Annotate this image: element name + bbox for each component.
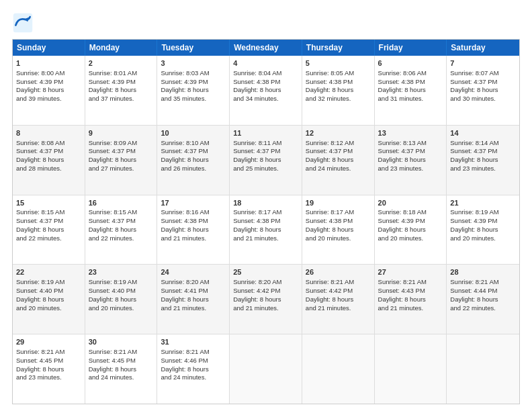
day-info-line: Sunrise: 8:19 AM xyxy=(16,278,81,287)
calendar-cell xyxy=(302,334,375,404)
header xyxy=(12,12,520,34)
calendar-cell: 17Sunrise: 8:16 AMSunset: 4:38 PMDayligh… xyxy=(157,195,230,265)
calendar-cell: 19Sunrise: 8:17 AMSunset: 4:38 PMDayligh… xyxy=(302,195,375,265)
day-info-line: Sunset: 4:39 PM xyxy=(161,78,226,87)
day-info-line: Sunrise: 8:15 AM xyxy=(16,208,81,217)
day-info-line: and 21 minutes. xyxy=(378,304,443,313)
calendar-cell: 27Sunrise: 8:21 AMSunset: 4:43 PMDayligh… xyxy=(375,265,447,334)
day-info-line: Daylight: 8 hours xyxy=(378,86,443,95)
calendar-cell: 29Sunrise: 8:21 AMSunset: 4:45 PMDayligh… xyxy=(13,334,85,404)
calendar-cell xyxy=(375,334,447,404)
calendar-cell: 22Sunrise: 8:19 AMSunset: 4:40 PMDayligh… xyxy=(13,265,85,334)
day-info-line: Sunrise: 8:21 AM xyxy=(89,348,154,357)
day-number: 5 xyxy=(306,58,371,68)
day-info-line: and 37 minutes. xyxy=(89,95,154,103)
page: SundayMondayTuesdayWednesdayThursdayFrid… xyxy=(0,0,532,411)
logo xyxy=(12,12,36,34)
day-number: 25 xyxy=(233,267,298,277)
day-info-line: Sunset: 4:41 PM xyxy=(161,287,226,295)
day-info-line: Sunrise: 8:06 AM xyxy=(378,69,443,78)
day-info-line: Sunrise: 8:15 AM xyxy=(89,208,154,217)
day-number: 17 xyxy=(161,198,226,208)
day-info-line: and 22 minutes. xyxy=(89,234,154,243)
day-info-line: Sunrise: 8:11 AM xyxy=(233,139,298,148)
calendar-header: SundayMondayTuesdayWednesdayThursdayFrid… xyxy=(13,40,519,56)
calendar-cell: 7Sunrise: 8:07 AMSunset: 4:37 PMDaylight… xyxy=(447,56,519,125)
day-info-line: Sunrise: 8:21 AM xyxy=(161,348,226,357)
day-number: 16 xyxy=(89,198,154,208)
day-info-line: Sunrise: 8:12 AM xyxy=(306,139,371,148)
day-info-line: Sunrise: 8:13 AM xyxy=(378,139,443,148)
day-info-line: and 22 minutes. xyxy=(16,234,81,243)
day-info-line: and 34 minutes. xyxy=(233,95,298,103)
day-number: 12 xyxy=(306,128,371,138)
calendar: SundayMondayTuesdayWednesdayThursdayFrid… xyxy=(12,39,520,404)
day-info-line: Sunrise: 8:04 AM xyxy=(233,69,298,78)
day-number: 29 xyxy=(16,337,81,347)
day-info-line: and 23 minutes. xyxy=(378,165,443,173)
calendar-cell: 28Sunrise: 8:21 AMSunset: 4:44 PMDayligh… xyxy=(447,265,519,334)
day-info-line: Sunset: 4:42 PM xyxy=(233,287,298,295)
calendar-cell: 18Sunrise: 8:17 AMSunset: 4:38 PMDayligh… xyxy=(230,195,302,265)
calendar-cell xyxy=(447,334,519,404)
day-number: 8 xyxy=(16,128,81,138)
day-info-line: Daylight: 8 hours xyxy=(16,156,81,165)
day-info-line: and 20 minutes. xyxy=(306,234,371,243)
calendar-cell: 4Sunrise: 8:04 AMSunset: 4:38 PMDaylight… xyxy=(230,56,302,125)
header-cell-thursday: Thursday xyxy=(302,40,375,56)
day-info-line: and 20 minutes. xyxy=(450,234,516,243)
day-info-line: and 39 minutes. xyxy=(16,95,81,103)
day-info-line: Daylight: 8 hours xyxy=(306,156,371,165)
day-info-line: and 23 minutes. xyxy=(450,165,516,173)
header-cell-sunday: Sunday xyxy=(13,40,85,56)
day-info-line: Sunset: 4:37 PM xyxy=(161,147,226,156)
day-number: 21 xyxy=(450,198,516,208)
day-info-line: Sunrise: 8:14 AM xyxy=(450,139,516,148)
day-info-line: Daylight: 8 hours xyxy=(306,226,371,234)
day-info-line: Sunset: 4:38 PM xyxy=(161,217,226,226)
day-info-line: Sunset: 4:37 PM xyxy=(450,78,516,87)
day-info-line: Sunset: 4:37 PM xyxy=(378,147,443,156)
day-info-line: Sunset: 4:39 PM xyxy=(450,217,516,226)
day-info-line: and 26 minutes. xyxy=(161,165,226,173)
day-info-line: Daylight: 8 hours xyxy=(89,86,154,95)
calendar-row-3: 15Sunrise: 8:15 AMSunset: 4:37 PMDayligh… xyxy=(13,195,519,265)
day-info-line: and 20 minutes. xyxy=(16,304,81,313)
day-info-line: and 35 minutes. xyxy=(161,95,226,103)
day-info-line: Daylight: 8 hours xyxy=(161,226,226,234)
day-info-line: Daylight: 8 hours xyxy=(89,156,154,165)
calendar-cell: 20Sunrise: 8:18 AMSunset: 4:39 PMDayligh… xyxy=(375,195,447,265)
calendar-body: 1Sunrise: 8:00 AMSunset: 4:39 PMDaylight… xyxy=(13,56,519,404)
day-number: 18 xyxy=(233,198,298,208)
calendar-cell: 11Sunrise: 8:11 AMSunset: 4:37 PMDayligh… xyxy=(230,126,302,195)
day-number: 13 xyxy=(378,128,443,138)
day-info-line: Sunrise: 8:21 AM xyxy=(378,278,443,287)
day-info-line: Sunrise: 8:05 AM xyxy=(306,69,371,78)
calendar-cell: 5Sunrise: 8:05 AMSunset: 4:38 PMDaylight… xyxy=(302,56,375,125)
day-info-line: Sunrise: 8:07 AM xyxy=(450,69,516,78)
day-info-line: Daylight: 8 hours xyxy=(450,226,516,234)
day-info-line: Sunset: 4:43 PM xyxy=(378,287,443,295)
calendar-cell: 23Sunrise: 8:19 AMSunset: 4:40 PMDayligh… xyxy=(85,265,158,334)
day-info-line: Sunset: 4:37 PM xyxy=(89,217,154,226)
day-number: 31 xyxy=(161,337,226,347)
day-info-line: Sunrise: 8:18 AM xyxy=(378,208,443,217)
day-info-line: Daylight: 8 hours xyxy=(16,86,81,95)
calendar-row-4: 22Sunrise: 8:19 AMSunset: 4:40 PMDayligh… xyxy=(13,264,519,334)
day-info-line: Sunset: 4:38 PM xyxy=(378,78,443,87)
calendar-cell: 13Sunrise: 8:13 AMSunset: 4:37 PMDayligh… xyxy=(375,126,447,195)
header-cell-tuesday: Tuesday xyxy=(157,40,230,56)
day-info-line: Daylight: 8 hours xyxy=(16,295,81,304)
day-info-line: Daylight: 8 hours xyxy=(16,365,81,374)
day-info-line: Sunrise: 8:21 AM xyxy=(450,278,516,287)
calendar-cell: 1Sunrise: 8:00 AMSunset: 4:39 PMDaylight… xyxy=(13,56,85,125)
day-info-line: and 27 minutes. xyxy=(89,165,154,173)
day-info-line: Sunset: 4:40 PM xyxy=(16,287,81,295)
calendar-cell: 6Sunrise: 8:06 AMSunset: 4:38 PMDaylight… xyxy=(375,56,447,125)
calendar-cell: 31Sunrise: 8:21 AMSunset: 4:46 PMDayligh… xyxy=(157,334,230,404)
day-info-line: Sunset: 4:37 PM xyxy=(89,147,154,156)
day-info-line: Sunrise: 8:17 AM xyxy=(233,208,298,217)
day-number: 6 xyxy=(378,58,443,68)
header-cell-friday: Friday xyxy=(375,40,447,56)
calendar-row-5: 29Sunrise: 8:21 AMSunset: 4:45 PMDayligh… xyxy=(13,334,519,404)
